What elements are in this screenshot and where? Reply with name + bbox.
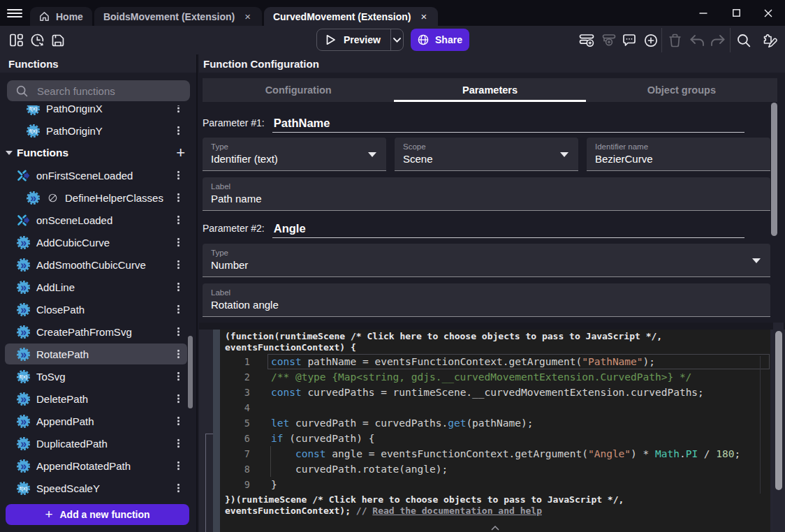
item-menu-icon[interactable] (177, 215, 179, 225)
parameter-2-fields: Type Number (203, 244, 770, 277)
function-item-DuplicatedPath[interactable]: » DuplicatedPath (0, 432, 196, 455)
code-line-3[interactable]: 3const curvedPaths = runtimeScene.__curv… (220, 385, 770, 400)
function-item-DefineHelperClasses[interactable]: » DefineHelperClasses (0, 186, 196, 209)
item-menu-icon[interactable] (177, 327, 179, 337)
add-circle-icon[interactable] (642, 26, 660, 54)
preview-dropdown-button[interactable] (390, 29, 403, 50)
window-minimize-button[interactable] (694, 0, 713, 26)
function-item-CreatePathFromSvg[interactable]: » CreatePathFromSvg (0, 320, 196, 343)
preview-button-main[interactable]: Preview (317, 29, 390, 50)
function-item-ToSvg[interactable]: f(x) ToSvg (0, 365, 196, 387)
add-comment-icon[interactable] (620, 26, 638, 54)
item-menu-icon[interactable] (177, 237, 179, 247)
sidebar-scrollbar[interactable] (188, 336, 193, 408)
collapse-editor-icon[interactable] (491, 526, 499, 531)
search-icon[interactable] (735, 26, 753, 54)
function-item-AppendPath[interactable]: » AppendPath (0, 410, 196, 432)
function-name: AddSmoothCubicCurve (36, 259, 146, 271)
history-icon[interactable] (28, 26, 46, 54)
add-event-icon[interactable] (578, 26, 596, 54)
event-drag-handle[interactable] (213, 330, 220, 532)
item-menu-icon[interactable] (177, 461, 179, 471)
tab-configuration[interactable]: Configuration (203, 78, 394, 102)
function-item-onFirstSceneLoaded[interactable]: onFirstSceneLoaded (0, 164, 196, 186)
private-icon (47, 193, 58, 203)
item-menu-icon[interactable] (177, 483, 179, 493)
parameter-2-name-input[interactable]: Angle (272, 222, 744, 238)
tab-boidsmovement-close-icon[interactable]: × (242, 10, 253, 22)
events-scrollbar[interactable] (775, 331, 782, 490)
tab-object-groups[interactable]: Object groups (586, 78, 777, 102)
item-menu-icon[interactable] (177, 260, 179, 269)
function-item-RotatePath[interactable]: » RotatePath (0, 343, 196, 365)
save-icon[interactable] (49, 26, 67, 54)
item-menu-icon[interactable] (177, 349, 179, 359)
function-item-PathOriginY[interactable]: f(x) PathOriginY (0, 119, 196, 142)
window-close-button[interactable] (758, 0, 778, 26)
parameter-1-label-input[interactable]: Label Path name (203, 177, 770, 211)
item-menu-icon[interactable] (177, 282, 179, 292)
toolbar-separator (661, 28, 662, 52)
minimize-icon (699, 9, 707, 17)
function-item-SpeedScaleY[interactable]: f(x) SpeedScaleY (0, 477, 196, 499)
code-footer-lines[interactable]: })(runtimeScene /* Click here to choose … (220, 492, 770, 516)
parameter-2-type-select[interactable]: Type Number (203, 244, 770, 277)
code-line-8[interactable]: 8 curvedPath.rotate(angle); (220, 461, 770, 477)
window-maximize-button[interactable] (726, 0, 746, 26)
edit-extension-icon[interactable] (760, 26, 778, 54)
parameter-1-type-select[interactable]: Type Identifier (text) (203, 138, 386, 171)
item-menu-icon[interactable] (177, 416, 179, 426)
tab-parameters[interactable]: Parameters (394, 78, 585, 102)
svg-text:»: » (20, 437, 27, 449)
functions-section-header[interactable]: Functions + (0, 142, 196, 164)
code-editor-lines[interactable]: 1const pathName = eventsFunctionContext.… (220, 354, 770, 492)
function-item-AddSmoothCubicCurve[interactable]: » AddSmoothCubicCurve (0, 253, 196, 276)
item-menu-icon[interactable] (177, 170, 179, 180)
javascript-code-event[interactable]: (function(runtimeScene /* Click here to … (220, 330, 770, 532)
documentation-link[interactable]: Read the documentation and help (372, 505, 542, 516)
item-menu-icon[interactable] (177, 394, 179, 404)
search-functions-input[interactable] (37, 85, 170, 97)
item-menu-icon[interactable] (177, 193, 179, 202)
parameter-2-label-input[interactable]: Label Rotation angle (203, 283, 770, 317)
parameter-1-scope-select[interactable]: Scope Scene (395, 138, 578, 171)
code-header-lines[interactable]: (function(runtimeScene /* Click here to … (220, 330, 770, 353)
code-line-1[interactable]: 1const pathName = eventsFunctionContext.… (220, 354, 770, 369)
code-line-6[interactable]: 6if (curvedPath) { (220, 431, 770, 446)
code-line-7[interactable]: 7 const angle = eventsFunctionContext.ge… (220, 446, 770, 461)
tab-boidsmovement[interactable]: BoidsMovement (Extension) × (94, 7, 262, 26)
item-menu-icon[interactable] (177, 438, 179, 448)
code-line-4[interactable]: 4 (220, 400, 770, 415)
line-number: 5 (220, 418, 250, 429)
search-functions-box[interactable] (7, 80, 190, 101)
code-line-2[interactable]: 2/** @type {Map<string, gdjs.__curvedMov… (220, 369, 770, 385)
item-menu-icon[interactable] (177, 105, 179, 113)
code-line-9[interactable]: 9} (220, 477, 770, 492)
panels-icon[interactable] (7, 26, 25, 54)
function-name: PathOriginX (46, 105, 103, 114)
function-item-ClosePath[interactable]: » ClosePath (0, 298, 196, 320)
code-header-line-1: (function(runtimeScene /* Click here to … (225, 331, 662, 341)
preview-button[interactable]: Preview (316, 29, 404, 51)
parameter-1-name-input[interactable]: PathName (272, 117, 744, 133)
toolbar-separator (730, 28, 731, 52)
function-item-PathOriginX[interactable]: f(x) PathOriginX (0, 105, 196, 119)
hamburger-menu-icon[interactable] (7, 9, 22, 17)
tab-curvedmovement-close-icon[interactable]: × (419, 10, 430, 22)
share-button[interactable]: Share (411, 29, 469, 51)
add-function-button[interactable]: + Add a new function (6, 504, 189, 525)
parameter-1-identifier-input[interactable]: Identifier name BezierCurve (587, 138, 770, 171)
function-item-DeletePath[interactable]: » DeletePath (0, 387, 196, 410)
tab-home[interactable]: Home (30, 7, 92, 26)
add-icon[interactable]: + (176, 145, 185, 161)
tab-curvedmovement[interactable]: CurvedMovement (Extension) × (264, 7, 438, 26)
item-menu-icon[interactable] (177, 371, 179, 381)
configuration-scrollbar[interactable] (771, 103, 777, 236)
function-item-AddLine[interactable]: » AddLine (0, 276, 196, 298)
code-line-5[interactable]: 5let curvedPath = curvedPaths.get(pathNa… (220, 415, 770, 431)
item-menu-icon[interactable] (177, 304, 179, 314)
function-item-AppendRotatedPath[interactable]: » AppendRotatedPath (0, 455, 196, 477)
function-item-AddCubicCurve[interactable]: » AddCubicCurve (0, 231, 196, 253)
function-item-onSceneLoaded[interactable]: onSceneLoaded (0, 209, 196, 231)
item-menu-icon[interactable] (177, 126, 179, 135)
